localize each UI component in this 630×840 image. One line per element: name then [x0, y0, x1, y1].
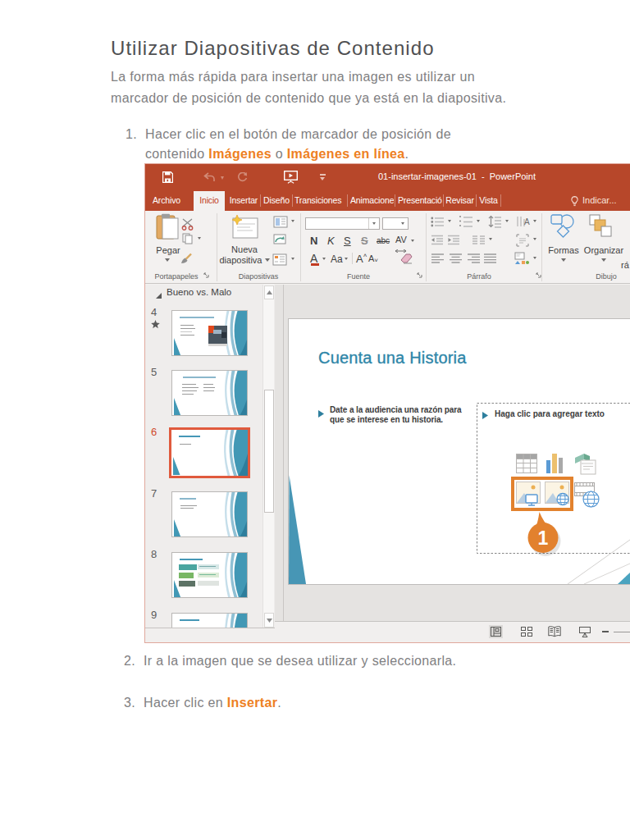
svg-text:A: A	[524, 217, 530, 226]
svg-text:1: 1	[538, 527, 549, 549]
